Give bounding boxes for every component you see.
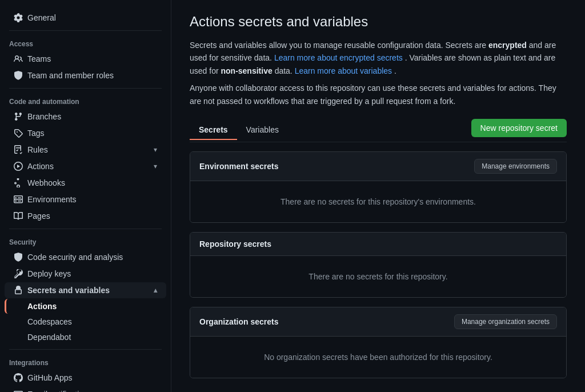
- tabs-row: Secrets Variables New repository secret: [190, 119, 567, 142]
- description-line2: Anyone with collaborator access to this …: [190, 82, 567, 107]
- code-security-label: Code security and analysis: [27, 253, 123, 262]
- gear-icon: [14, 13, 23, 22]
- team-member-roles-label: Team and member roles: [27, 71, 114, 80]
- webhooks-label: Webhooks: [27, 178, 65, 187]
- sidebar-item-rules[interactable]: Rules ▾: [5, 142, 166, 158]
- branches-label: Branches: [27, 112, 61, 121]
- organization-secrets-empty: No organization secrets have been author…: [190, 337, 566, 378]
- sidebar-item-github-apps[interactable]: GitHub Apps: [5, 370, 166, 386]
- deploy-keys-label: Deploy keys: [27, 269, 71, 278]
- secrets-variables-label: Secrets and variables: [27, 286, 110, 295]
- divider: [9, 349, 162, 350]
- manage-organization-secrets-button[interactable]: Manage organization secrets: [454, 314, 557, 329]
- checklist-icon: [14, 145, 23, 154]
- actions-sub-label: Actions: [27, 302, 57, 311]
- actions-label: Actions: [27, 162, 54, 171]
- tab-variables[interactable]: Variables: [237, 121, 288, 140]
- tabs: Secrets Variables: [190, 121, 288, 139]
- teams-label: Teams: [27, 54, 51, 63]
- sidebar-item-deploy-keys[interactable]: Deploy keys: [5, 266, 166, 282]
- sidebar-sub-item-actions[interactable]: Actions: [5, 299, 166, 314]
- learn-more-encrypted-link[interactable]: Learn more about encrypted secrets: [274, 53, 403, 62]
- sidebar: General Access Teams Team and member rol…: [0, 0, 171, 392]
- divider: [9, 30, 162, 31]
- sidebar-item-email-notifications[interactable]: Email notifications: [5, 386, 166, 392]
- repository-secrets-empty: There are no secrets for this repository…: [190, 256, 566, 297]
- secrets-chevron: ▴: [154, 286, 157, 294]
- rules-chevron: ▾: [154, 146, 157, 154]
- sidebar-item-secrets-variables[interactable]: Secrets and variables ▴: [5, 282, 166, 298]
- tag-icon: [14, 129, 23, 138]
- dependabot-sub-label: Dependabot: [27, 333, 71, 342]
- shield-icon: [14, 71, 23, 80]
- environment-secrets-empty: There are no secrets for this repository…: [190, 181, 566, 222]
- sidebar-item-pages[interactable]: Pages: [5, 208, 166, 224]
- section-integrations-label: Integrations: [0, 354, 171, 369]
- description-line1: Secrets and variables allow you to manag…: [190, 39, 567, 77]
- sidebar-item-team-member-roles[interactable]: Team and member roles: [5, 67, 166, 83]
- lock-icon: [14, 286, 23, 295]
- people-icon: [14, 54, 23, 63]
- github-apps-label: GitHub Apps: [27, 373, 73, 382]
- rules-label: Rules: [27, 145, 48, 154]
- git-branch-icon: [14, 112, 23, 121]
- sidebar-item-branches[interactable]: Branches: [5, 109, 166, 125]
- sidebar-item-code-security[interactable]: Code security and analysis: [5, 249, 166, 265]
- divider: [9, 229, 162, 229]
- github-icon: [14, 373, 23, 382]
- sidebar-item-general[interactable]: General: [5, 10, 166, 26]
- environment-secrets-header: Environment secrets Manage environments: [190, 152, 566, 181]
- play-icon: [14, 162, 23, 171]
- main-content: Actions secrets and variables Secrets an…: [171, 0, 585, 392]
- sidebar-item-tags[interactable]: Tags: [5, 125, 166, 141]
- shield-check-icon: [14, 253, 23, 262]
- sidebar-sub-item-codespaces[interactable]: Codespaces: [5, 314, 166, 329]
- key-icon: [14, 269, 23, 278]
- tab-secrets[interactable]: Secrets: [190, 121, 237, 140]
- manage-environments-button[interactable]: Manage environments: [474, 159, 557, 174]
- sidebar-general-label: General: [27, 13, 56, 22]
- tags-label: Tags: [27, 129, 45, 138]
- section-security-label: Security: [0, 234, 171, 249]
- repository-secrets-section: Repository secrets There are no secrets …: [190, 232, 567, 298]
- sidebar-sub-item-dependabot[interactable]: Dependabot: [5, 330, 166, 345]
- page-title: Actions secrets and variables: [190, 14, 567, 30]
- sidebar-item-webhooks[interactable]: Webhooks: [5, 175, 166, 191]
- actions-chevron: ▾: [154, 162, 157, 170]
- environment-secrets-title: Environment secrets: [199, 162, 279, 171]
- pages-label: Pages: [27, 211, 50, 221]
- server-icon: [14, 195, 23, 204]
- learn-more-variables-link[interactable]: Learn more about variables: [295, 66, 392, 75]
- repository-secrets-title: Repository secrets: [199, 239, 271, 249]
- repository-secrets-header: Repository secrets: [190, 233, 566, 256]
- sidebar-item-actions[interactable]: Actions ▾: [5, 158, 166, 174]
- section-access-label: Access: [0, 35, 171, 50]
- divider: [9, 88, 162, 89]
- environments-label: Environments: [27, 195, 77, 204]
- mail-icon: [14, 390, 23, 392]
- email-notifications-label: Email notifications: [27, 390, 92, 392]
- book-icon: [14, 211, 23, 221]
- codespaces-sub-label: Codespaces: [27, 317, 72, 326]
- organization-secrets-section: Organization secrets Manage organization…: [190, 307, 567, 378]
- environment-secrets-section: Environment secrets Manage environments …: [190, 151, 567, 223]
- sidebar-item-environments[interactable]: Environments: [5, 191, 166, 207]
- organization-secrets-header: Organization secrets Manage organization…: [190, 307, 566, 337]
- organization-secrets-title: Organization secrets: [199, 317, 279, 326]
- sidebar-item-teams[interactable]: Teams: [5, 51, 166, 67]
- new-repository-secret-button[interactable]: New repository secret: [471, 119, 567, 137]
- webhook-icon: [14, 178, 23, 187]
- section-code-label: Code and automation: [0, 93, 171, 108]
